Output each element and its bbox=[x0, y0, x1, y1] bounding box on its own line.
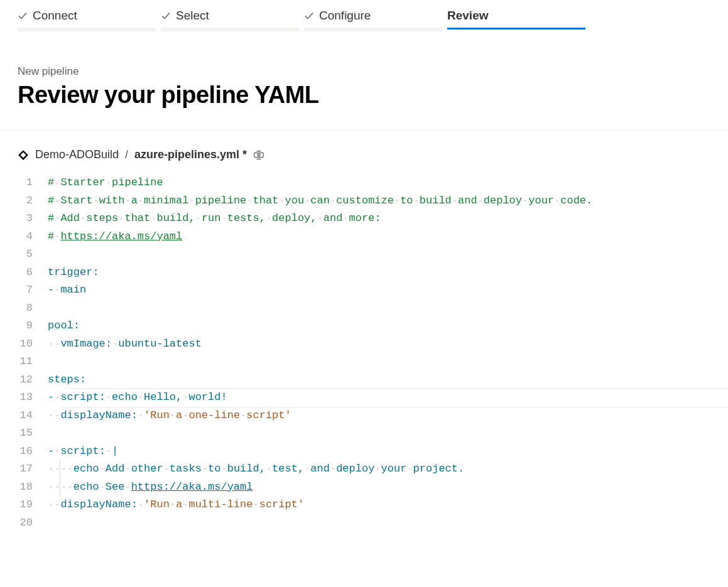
line-number: 9 bbox=[18, 317, 48, 335]
line-number: 11 bbox=[18, 353, 48, 371]
line-number: 15 bbox=[18, 424, 48, 443]
editor-line[interactable]: 1#·Starter·pipeline bbox=[18, 174, 728, 192]
line-content[interactable]: -·script:·| bbox=[48, 443, 728, 461]
line-number: 13 bbox=[18, 389, 48, 407]
editor-line[interactable]: 19··displayName:·'Run·a·multi-line·scrip… bbox=[18, 496, 728, 514]
line-number: 14 bbox=[18, 407, 48, 425]
file-name: azure-pipelines.yml * bbox=[134, 148, 247, 161]
line-number: 8 bbox=[18, 299, 48, 318]
step-configure[interactable]: Configure bbox=[304, 9, 445, 31]
line-number: 4 bbox=[18, 228, 48, 246]
line-content[interactable]: ··vmImage:·ubuntu-latest bbox=[48, 335, 728, 353]
line-number: 2 bbox=[18, 192, 48, 210]
step-connect[interactable]: Connect bbox=[18, 9, 158, 31]
line-content[interactable]: ··displayName:·'Run·a·multi-line·script' bbox=[48, 496, 728, 514]
line-content[interactable]: -·script:·echo·Hello,·world! bbox=[48, 389, 728, 407]
line-content[interactable]: trigger: bbox=[48, 264, 728, 282]
rename-icon[interactable] bbox=[253, 149, 264, 161]
editor-line[interactable]: 12steps: bbox=[18, 371, 728, 389]
editor-line[interactable]: 11 bbox=[18, 353, 728, 371]
repo-icon bbox=[18, 149, 29, 161]
editor-line[interactable]: 7-·main bbox=[18, 281, 728, 299]
check-icon bbox=[304, 11, 314, 21]
line-content[interactable]: #·Start·with·a·minimal·pipeline·that·you… bbox=[48, 192, 728, 210]
editor-line[interactable]: 14··displayName:·'Run·a·one-line·script' bbox=[18, 407, 728, 425]
line-number: 18 bbox=[18, 478, 48, 497]
line-content[interactable] bbox=[48, 424, 728, 443]
line-number: 10 bbox=[18, 335, 48, 353]
line-content[interactable]: ····echo·Add·other·tasks·to·build,·test,… bbox=[48, 460, 728, 478]
step-review[interactable]: Review bbox=[447, 9, 588, 31]
step-label: Select bbox=[176, 9, 209, 23]
pipeline-stepper: Connect Select Configure Review bbox=[0, 0, 728, 31]
line-number: 16 bbox=[18, 443, 48, 461]
yaml-editor[interactable]: 1#·Starter·pipeline2#·Start·with·a·minim… bbox=[0, 174, 728, 532]
line-content[interactable]: #·https://aka.ms/yaml bbox=[48, 228, 728, 246]
editor-line[interactable]: 9pool: bbox=[18, 317, 728, 335]
step-label: Configure bbox=[319, 9, 371, 23]
line-content[interactable]: -·main bbox=[48, 281, 728, 299]
line-number: 17 bbox=[18, 460, 48, 478]
line-content[interactable] bbox=[48, 299, 728, 318]
line-content[interactable]: steps: bbox=[48, 371, 728, 389]
step-select[interactable]: Select bbox=[161, 9, 302, 31]
svg-rect-1 bbox=[260, 153, 263, 157]
editor-line[interactable]: 10··vmImage:·ubuntu-latest bbox=[18, 335, 728, 353]
step-label: Connect bbox=[33, 9, 77, 23]
svg-rect-0 bbox=[254, 153, 258, 157]
line-content[interactable] bbox=[48, 245, 728, 264]
line-number: 1 bbox=[18, 174, 48, 192]
editor-line[interactable]: 6trigger: bbox=[18, 264, 728, 282]
check-icon bbox=[18, 11, 28, 21]
editor-line[interactable]: 4#·https://aka.ms/yaml bbox=[18, 228, 728, 246]
editor-line[interactable]: 8 bbox=[18, 299, 728, 318]
file-path: Demo-ADOBuild / azure-pipelines.yml * bbox=[0, 131, 728, 174]
editor-line[interactable]: 5 bbox=[18, 245, 728, 264]
editor-line[interactable]: 15 bbox=[18, 424, 728, 443]
check-icon bbox=[161, 11, 171, 21]
editor-line[interactable]: 3#·Add·steps·that·build,·run·tests,·depl… bbox=[18, 210, 728, 228]
line-number: 19 bbox=[18, 496, 48, 514]
line-number: 7 bbox=[18, 281, 48, 299]
line-content[interactable]: ··displayName:·'Run·a·one-line·script' bbox=[48, 407, 728, 425]
line-number: 3 bbox=[18, 210, 48, 228]
line-content[interactable]: #·Starter·pipeline bbox=[48, 174, 728, 192]
line-content[interactable]: #·Add·steps·that·build,·run·tests,·deplo… bbox=[48, 210, 728, 228]
line-content[interactable]: ····echo·See·https://aka.ms/yaml bbox=[48, 478, 728, 497]
line-content[interactable] bbox=[48, 353, 728, 371]
step-label: Review bbox=[447, 9, 488, 23]
breadcrumb: New pipeline bbox=[18, 65, 710, 78]
page-header: New pipeline Review your pipeline YAML bbox=[0, 31, 728, 131]
line-content[interactable] bbox=[48, 514, 728, 532]
editor-line[interactable]: 20 bbox=[18, 514, 728, 532]
editor-line[interactable]: 16-·script:·| bbox=[18, 443, 728, 461]
path-separator: / bbox=[125, 148, 128, 161]
editor-line[interactable]: 2#·Start·with·a·minimal·pipeline·that·yo… bbox=[18, 192, 728, 210]
line-number: 20 bbox=[18, 514, 48, 532]
repo-name[interactable]: Demo-ADOBuild bbox=[35, 148, 119, 161]
editor-line[interactable]: 13-·script:·echo·Hello,·world! bbox=[18, 389, 728, 407]
line-number: 5 bbox=[18, 245, 48, 264]
line-number: 6 bbox=[18, 264, 48, 282]
editor-line[interactable]: 17····echo·Add·other·tasks·to·build,·tes… bbox=[18, 460, 728, 478]
page-title: Review your pipeline YAML bbox=[18, 82, 710, 109]
line-number: 12 bbox=[18, 371, 48, 389]
editor-line[interactable]: 18····echo·See·https://aka.ms/yaml bbox=[18, 478, 728, 497]
line-content[interactable]: pool: bbox=[48, 317, 728, 335]
